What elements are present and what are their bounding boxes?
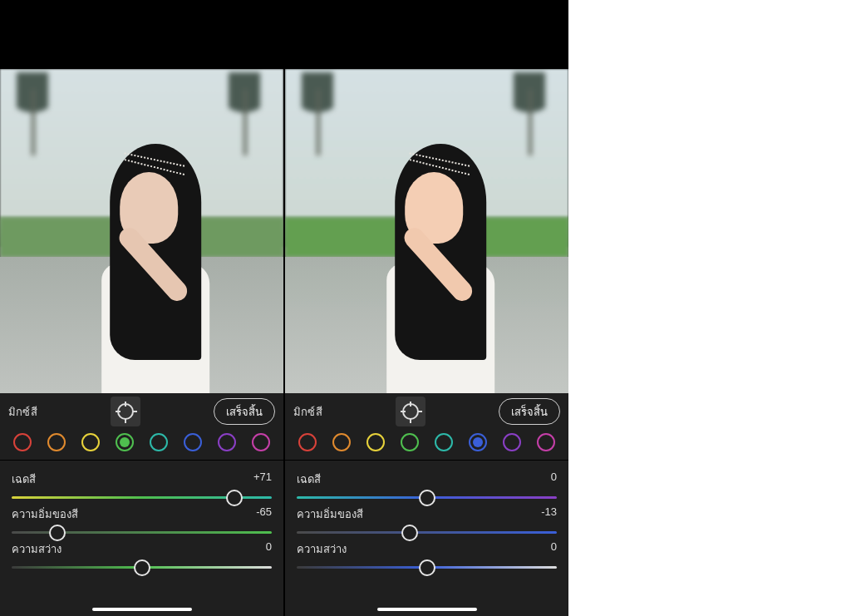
luminance-slider: ความสว่าง 0 [288, 535, 565, 570]
swatch-orange[interactable] [47, 433, 66, 451]
swatch-purple[interactable] [503, 433, 521, 451]
luminance-value: 0 [266, 540, 272, 558]
home-indicator [92, 608, 192, 611]
hue-slider: เฉดสี +71 [3, 466, 280, 500]
hue-track[interactable] [12, 496, 272, 499]
saturation-knob[interactable] [401, 525, 418, 541]
luminance-track[interactable] [297, 566, 557, 569]
done-button[interactable]: เสร็จสิ้น [499, 398, 560, 425]
hue-label: เฉดสี [297, 471, 321, 488]
luminance-label: ความสว่าง [297, 540, 347, 558]
saturation-label: ความอิ่มของสี [297, 505, 363, 523]
saturation-slider: ความอิ่มของสี -65 [3, 500, 280, 535]
panel-titlebar: มิกซ์สี เสร็จสิ้น [3, 393, 280, 430]
luminance-knob[interactable] [419, 559, 435, 576]
hue-track[interactable] [297, 496, 557, 499]
swatch-aqua[interactable] [435, 433, 453, 451]
panel-title: มิกซ์สี [8, 403, 37, 421]
hue-slider: เฉดสี 0 [288, 466, 565, 500]
swatch-yellow[interactable] [366, 433, 385, 451]
saturation-label: ความอิ่มของสี [12, 505, 78, 523]
swatch-purple[interactable] [218, 433, 236, 451]
swatch-red[interactable] [298, 433, 317, 451]
saturation-value: -13 [541, 505, 557, 523]
luminance-label: ความสว่าง [12, 540, 61, 558]
done-label: เสร็จสิ้น [226, 403, 263, 421]
panel-title: มิกซ์สี [293, 403, 322, 421]
edit-panel-left: มิกซ์สี เสร็จสิ้น เฉดสี +71 [0, 69, 283, 616]
swatch-magenta[interactable] [537, 433, 555, 451]
app-topbar [0, 0, 568, 69]
swatch-green[interactable] [116, 433, 134, 451]
hue-knob[interactable] [419, 490, 435, 506]
color-swatch-row [288, 430, 565, 460]
edit-panel-right: มิกซ์สี เสร็จสิ้น เฉดสี 0 [285, 69, 568, 616]
saturation-track[interactable] [297, 531, 557, 534]
swatch-green[interactable] [401, 433, 419, 451]
done-button[interactable]: เสร็จสิ้น [214, 398, 275, 425]
luminance-knob[interactable] [134, 559, 150, 576]
luminance-slider: ความสว่าง 0 [3, 535, 280, 570]
panel-titlebar: มิกซ์สี เสร็จสิ้น [288, 393, 565, 430]
color-mix-controls: มิกซ์สี เสร็จสิ้น เฉดสี +71 [0, 393, 283, 616]
divider [285, 460, 568, 461]
hue-label: เฉดสี [12, 471, 36, 488]
swatch-red[interactable] [13, 433, 32, 451]
hue-value: 0 [551, 471, 557, 488]
saturation-value: -65 [256, 505, 272, 523]
luminance-track[interactable] [12, 566, 272, 569]
hue-value: +71 [253, 471, 272, 488]
preview-image[interactable] [0, 69, 283, 393]
dual-editor: มิกซ์สี เสร็จสิ้น เฉดสี +71 [0, 0, 568, 616]
target-icon [117, 403, 134, 420]
target-adjust-button[interactable] [111, 397, 140, 426]
saturation-knob[interactable] [49, 525, 66, 541]
swatch-aqua[interactable] [150, 433, 168, 451]
swatch-blue[interactable] [184, 433, 202, 451]
swatch-blue[interactable] [469, 433, 487, 451]
luminance-value: 0 [551, 540, 557, 558]
target-adjust-button[interactable] [396, 397, 426, 426]
swatch-magenta[interactable] [252, 433, 270, 451]
swatch-yellow[interactable] [81, 433, 100, 451]
preview-image[interactable] [285, 69, 568, 393]
swatch-orange[interactable] [332, 433, 351, 451]
home-indicator [377, 608, 477, 611]
target-icon [402, 403, 419, 420]
divider [0, 460, 283, 461]
color-mix-controls: มิกซ์สี เสร็จสิ้น เฉดสี 0 [285, 393, 568, 616]
saturation-track[interactable] [12, 531, 272, 534]
color-swatch-row [3, 430, 280, 460]
done-label: เสร็จสิ้น [511, 403, 548, 421]
panel-pair: มิกซ์สี เสร็จสิ้น เฉดสี +71 [0, 69, 568, 616]
hue-knob[interactable] [226, 490, 243, 506]
